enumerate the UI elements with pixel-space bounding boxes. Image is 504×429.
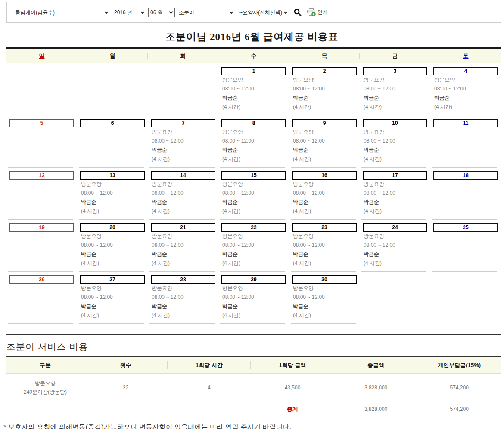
service-time: 08:00 ~ 12:00	[293, 189, 357, 198]
cost-category: 방문요양240분이상(방문당)	[6, 374, 84, 401]
calendar-cell-day-26: 26	[6, 272, 77, 324]
day-28-button[interactable]: 28	[151, 275, 215, 284]
day-27-button[interactable]: 27	[80, 275, 145, 284]
service-time: 08:00 ~ 12:00	[222, 84, 286, 93]
search-icon[interactable]	[294, 9, 302, 16]
calendar-week-2: 567방문요양08:00 ~ 12:00박금순(4 시간)8방문요양08:00 …	[6, 115, 501, 168]
cost-column-header-0: 구분	[6, 357, 84, 373]
cost-column-header-4: 총금액	[334, 357, 418, 373]
service-duration: (4 시간)	[293, 207, 357, 216]
day-25-button[interactable]: 25	[433, 223, 498, 232]
day-10-button[interactable]: 10	[363, 119, 427, 127]
day-26-button[interactable]: 26	[9, 275, 74, 284]
cost-copay: 574,200	[417, 374, 501, 401]
caregiver-select[interactable]: --요양사(전체선택)--	[237, 8, 289, 17]
day-21-button[interactable]: 21	[151, 223, 215, 232]
day-14-button[interactable]: 14	[151, 171, 215, 180]
service-type: 방문요양	[293, 180, 357, 189]
calendar-cell-day-11: 11	[430, 115, 501, 168]
day-30-button[interactable]: 30	[292, 275, 357, 284]
service-time: 08:00 ~ 12:00	[81, 293, 145, 302]
weekday-header-1: 월	[77, 49, 148, 63]
calendar-cell-day-30: 30방문요양08:00 ~ 12:00박금순(4 시간)	[289, 272, 360, 324]
calendar-cell-empty	[148, 63, 218, 115]
service-duration: (4 시간)	[364, 103, 427, 112]
calendar-cell-day-5: 5	[6, 115, 77, 168]
service-type: 방문요양	[364, 232, 427, 241]
day-20-button[interactable]: 20	[80, 223, 145, 232]
service-time: 08:00 ~ 12:00	[81, 241, 145, 250]
month-select[interactable]: 06 월	[148, 8, 175, 17]
service-time: 08:00 ~ 12:00	[293, 84, 357, 93]
page-title: 조분이님 2016년 6월 급여제공 비용표	[0, 30, 504, 44]
service-duration: (4 시간)	[152, 311, 215, 320]
year-select[interactable]: 2016 년	[112, 8, 146, 17]
calendar-cell-day-20: 20방문요양08:00 ~ 12:00박금순(4 시간)	[77, 220, 148, 272]
service-type: 방문요양	[293, 127, 357, 137]
cost-amount-per-visit: 43,500	[251, 374, 334, 401]
day-11-button[interactable]: 11	[433, 119, 498, 127]
total-copay-value: 574,200	[417, 401, 501, 417]
service-duration: (4 시간)	[364, 155, 427, 164]
service-duration: (4 시간)	[81, 207, 145, 216]
day-18-button[interactable]: 18	[433, 171, 498, 180]
service-type: 방문요양	[81, 180, 145, 189]
calendar-cell-day-1: 1방문요양08:00 ~ 12:00박금순(4 시간)	[218, 63, 289, 115]
service-time: 08:00 ~ 12:00	[293, 293, 357, 302]
calendar-cell-day-28: 28방문요양08:00 ~ 12:00박금순(4 시간)	[148, 272, 218, 324]
cost-header-row: 구분횟수1회당 시간1회당 금액총금액개인부담금(15%)	[6, 357, 501, 374]
day-5-button[interactable]: 5	[9, 119, 74, 127]
print-button[interactable]: 인쇄	[307, 8, 328, 16]
facility-select[interactable]: 롱텀케어(김윤수)	[13, 8, 110, 17]
toolbar: 롱텀케어(김윤수) 2016 년 06 월 조분이 --요양사(전체선택)-- …	[6, 2, 501, 23]
day-1-button[interactable]: 1	[221, 67, 286, 75]
service-time: 08:00 ~ 12:00	[364, 189, 427, 198]
cost-data-row: 방문요양240분이상(방문당)22443,5003,828,000574,200	[6, 374, 501, 401]
calendar-cell-day-21: 21방문요양08:00 ~ 12:00박금순(4 시간)	[148, 220, 218, 272]
service-duration: (4 시간)	[81, 311, 145, 320]
service-duration: (4 시간)	[364, 207, 427, 216]
service-type: 방문요양	[293, 284, 357, 293]
day-2-button[interactable]: 2	[292, 67, 357, 75]
service-type: 방문요양	[222, 75, 286, 84]
service-time: 08:00 ~ 12:00	[222, 189, 286, 198]
service-type: 방문요양	[152, 180, 215, 189]
service-type: 방문요양	[364, 75, 427, 84]
service-caregiver: 박금순	[222, 198, 286, 207]
service-caregiver: 박금순	[222, 302, 286, 311]
service-duration: (4 시간)	[152, 259, 215, 268]
service-time: 08:00 ~ 12:00	[364, 137, 427, 146]
service-time: 08:00 ~ 12:00	[364, 241, 427, 250]
service-caregiver: 박금순	[152, 302, 215, 311]
service-caregiver: 박금순	[81, 250, 145, 259]
client-select[interactable]: 조분이	[177, 8, 235, 17]
day-9-button[interactable]: 9	[292, 119, 357, 127]
day-7-button[interactable]: 7	[151, 119, 215, 127]
day-12-button[interactable]: 12	[9, 171, 74, 180]
day-16-button[interactable]: 16	[292, 171, 357, 180]
day-8-button[interactable]: 8	[221, 119, 286, 127]
day-29-button[interactable]: 29	[221, 275, 286, 284]
service-time: 08:00 ~ 12:00	[222, 241, 286, 250]
day-24-button[interactable]: 24	[363, 223, 427, 232]
service-type: 방문요양	[293, 232, 357, 241]
calendar-cell-day-2: 2방문요양08:00 ~ 12:00박금순(4 시간)	[289, 63, 360, 115]
calendar-cell-day-24: 24방문요양08:00 ~ 12:00박금순(4 시간)	[360, 220, 430, 272]
day-13-button[interactable]: 13	[80, 171, 145, 180]
day-23-button[interactable]: 23	[292, 223, 357, 232]
day-19-button[interactable]: 19	[9, 223, 74, 232]
day-17-button[interactable]: 17	[363, 171, 427, 180]
service-caregiver: 박금순	[222, 146, 286, 155]
service-duration: (4 시간)	[434, 103, 498, 112]
calendar-cell-day-22: 22방문요양08:00 ~ 12:00박금순(4 시간)	[218, 220, 289, 272]
service-time: 08:00 ~ 12:00	[364, 84, 427, 93]
day-4-button[interactable]: 4	[433, 67, 498, 75]
service-caregiver: 박금순	[293, 302, 357, 311]
cost-column-header-5: 개인부담금(15%)	[417, 357, 501, 373]
service-caregiver: 박금순	[152, 250, 215, 259]
day-3-button[interactable]: 3	[363, 67, 427, 75]
day-6-button[interactable]: 6	[80, 119, 145, 127]
day-15-button[interactable]: 15	[221, 171, 286, 180]
calendar-cell-day-29: 29방문요양08:00 ~ 12:00박금순(4 시간)	[218, 272, 289, 324]
day-22-button[interactable]: 22	[221, 223, 286, 232]
